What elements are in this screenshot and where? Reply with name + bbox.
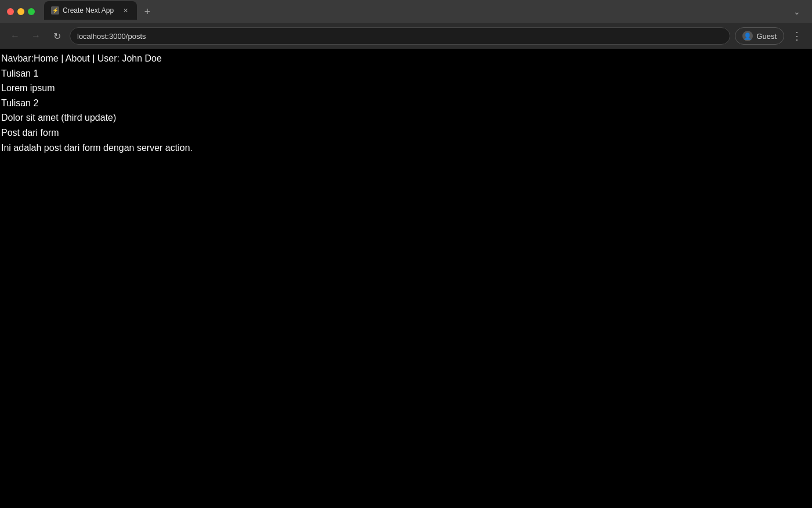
post3-body: Ini adalah post dari form dengan server … xyxy=(0,140,812,156)
active-tab[interactable]: ⚡ Create Next App ✕ xyxy=(44,1,137,20)
favicon-icon: ⚡ xyxy=(52,8,59,13)
address-bar[interactable]: localhost:3000/posts xyxy=(70,27,730,45)
url-text: localhost:3000/posts xyxy=(77,32,723,41)
guest-label: Guest xyxy=(756,32,777,41)
title-bar: ⚡ Create Next App ✕ + ⌄ xyxy=(0,0,812,23)
tab-list-button[interactable]: ⌄ xyxy=(789,3,805,20)
tab-close-button[interactable]: ✕ xyxy=(121,6,130,15)
page-content: Navbar:Home | About | User: John Doe Tul… xyxy=(0,49,812,155)
post3-title: Post dari form xyxy=(0,125,812,140)
close-button[interactable] xyxy=(7,8,14,15)
post1-body: Lorem ipsum xyxy=(0,81,812,96)
post1-title: Tulisan 1 xyxy=(0,66,812,81)
tab-favicon: ⚡ xyxy=(51,6,59,15)
new-tab-button[interactable]: + xyxy=(139,3,155,20)
navbar-text: Navbar:Home | About | User: John Doe xyxy=(0,51,812,66)
maximize-button[interactable] xyxy=(28,8,35,15)
post2-title: Tulisan 2 xyxy=(0,96,812,111)
browser-chrome: ⚡ Create Next App ✕ + ⌄ ← → ↻ localhost:… xyxy=(0,0,812,49)
traffic-lights xyxy=(7,8,35,15)
post2-body: Dolor sit amet (third update) xyxy=(0,110,812,125)
minimize-button[interactable] xyxy=(17,8,24,15)
tab-title: Create Next App xyxy=(63,6,117,15)
tabs-area: ⚡ Create Next App ✕ + xyxy=(44,3,784,20)
guest-icon: 👤 xyxy=(742,31,753,41)
address-bar-row: ← → ↻ localhost:3000/posts 👤 Guest ⋮ xyxy=(0,23,812,49)
more-menu-button[interactable]: ⋮ xyxy=(789,28,805,44)
guest-button[interactable]: 👤 Guest xyxy=(735,27,784,45)
forward-button[interactable]: → xyxy=(28,28,44,44)
refresh-button[interactable]: ↻ xyxy=(49,28,65,44)
back-button[interactable]: ← xyxy=(7,28,23,44)
